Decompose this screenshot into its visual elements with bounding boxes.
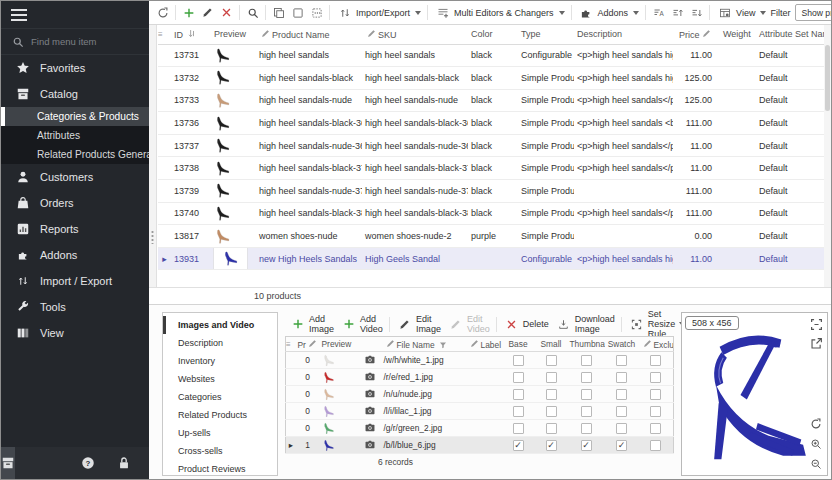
edit-product-icon[interactable] [199, 4, 216, 21]
product-row-13738[interactable]: 13738high heel sandals-black-37high heel… [158, 157, 824, 180]
col-header-color[interactable]: Color [468, 25, 518, 44]
product-row-13737[interactable]: 13737high heel sandals-nude-36high heel … [158, 134, 824, 157]
search-products-icon[interactable] [244, 4, 261, 21]
thumbnail-checkbox[interactable] [581, 389, 592, 400]
col-header-attribute-set[interactable]: Attribute Set Name [756, 25, 824, 44]
base-checkbox[interactable] [513, 423, 524, 434]
product-row-13817[interactable]: 13817women shoes-nudewomen shoes-nude-2p… [158, 225, 824, 248]
small-checkbox[interactable] [546, 406, 557, 417]
set-resize-rule-button[interactable]: Set Resize Rule [626, 309, 678, 339]
base-checkbox[interactable] [513, 406, 524, 417]
base-checkbox[interactable] [513, 389, 524, 400]
scrollbar-thumb[interactable] [825, 45, 830, 111]
sidebar-item-addons[interactable]: Addons [1, 242, 149, 268]
edit-image-button[interactable]: Edit Image [394, 314, 443, 334]
tab-up-sells[interactable]: Up-sells [163, 424, 277, 442]
product-row-13731[interactable]: 13731high heel sandalshigh heel sandalsb… [158, 44, 824, 67]
product-row-13736[interactable]: 13736high heel sandals-black-36high heel… [158, 112, 824, 135]
product-row-13931[interactable]: ▸13931new High Heels SandalsHigh Geels S… [158, 247, 824, 270]
addons-menu[interactable]: Addons [576, 4, 642, 21]
base-checkbox[interactable] [513, 440, 524, 451]
thumbnail-checkbox[interactable] [581, 406, 592, 417]
categories-pane-splitter[interactable] [149, 25, 157, 287]
base-checkbox[interactable] [513, 355, 524, 366]
col-header-weight[interactable]: Weight [720, 25, 756, 44]
image-row-l-i-lilac-1-jpg[interactable]: 0/l/i/lilac_1.jpg [286, 403, 674, 420]
import-export-menu[interactable]: Import/Export [334, 4, 423, 21]
product-row-13733[interactable]: 13733high heel sandals-nudehigh heel san… [158, 89, 824, 112]
exclude-checkbox[interactable] [650, 440, 661, 451]
thumbnail-checkbox[interactable] [581, 440, 592, 451]
sidebar-search[interactable] [1, 28, 149, 55]
product-row-13732[interactable]: 13732high heel sandals-blackhigh heel sa… [158, 67, 824, 90]
sidebar-item-attributes[interactable]: Attributes [1, 126, 149, 145]
col-header-swatch[interactable]: Swatch [605, 337, 639, 352]
exclude-checkbox[interactable] [650, 372, 661, 383]
select-icon[interactable] [289, 4, 306, 21]
download-image-button[interactable]: Download Image [553, 314, 617, 334]
image-row-b-l-blue-6-jpg[interactable]: ▸1/b/l/blue_6.jpg [286, 437, 674, 454]
col-header-product-name[interactable]: Product Name [256, 25, 362, 44]
col-header-id[interactable]: ID [171, 25, 211, 44]
tab-categories[interactable]: Categories [163, 388, 277, 406]
exclude-checkbox[interactable] [650, 423, 661, 434]
sidebar-item-tools[interactable]: Tools [1, 294, 149, 320]
add-product-icon[interactable] [180, 4, 197, 21]
swatch-checkbox[interactable] [616, 406, 627, 417]
col-header-small[interactable]: Small [535, 337, 568, 352]
sidebar-item-import-export[interactable]: Import / Export [1, 268, 149, 294]
exclude-checkbox[interactable] [650, 355, 661, 366]
vertical-scrollbar[interactable] [824, 25, 831, 287]
swatch-checkbox[interactable] [616, 355, 627, 366]
col-header-sku[interactable]: SKU [362, 25, 468, 44]
small-checkbox[interactable] [546, 440, 557, 451]
product-row-13740[interactable]: 13740high heel sandals-black-38high heel… [158, 202, 824, 225]
col-header-preview[interactable]: Preview [211, 25, 256, 44]
image-row-g-r-green-2-jpg[interactable]: 0/g/r/green_2.jpg [286, 420, 674, 437]
product-row-13739[interactable]: 13739high heel sandals-nude-37high heel … [158, 180, 824, 203]
col-header-type[interactable]: Type [518, 25, 574, 44]
sidebar-item-orders[interactable]: Orders [1, 190, 149, 216]
sidebar-item-catalog[interactable]: Catalog [1, 81, 149, 107]
catalog-icon[interactable] [1, 447, 15, 479]
image-row-w-h-white-1-jpg[interactable]: 0/w/h/white_1.jpg [286, 352, 674, 369]
thumbnail-checkbox[interactable] [581, 355, 592, 366]
exclude-checkbox[interactable] [650, 406, 661, 417]
hamburger-menu-icon[interactable] [10, 8, 28, 22]
tab-inventory[interactable]: Inventory [163, 352, 277, 370]
delete-image-button[interactable]: Delete [501, 316, 551, 333]
row-selector-column-header[interactable]: ≡ [286, 337, 296, 352]
thumbnail-checkbox[interactable] [581, 423, 592, 434]
tab-cross-sells[interactable]: Cross-sells [163, 442, 277, 460]
tab-description[interactable]: Description [163, 334, 277, 352]
swatch-checkbox[interactable] [616, 372, 627, 383]
small-checkbox[interactable] [546, 389, 557, 400]
small-checkbox[interactable] [546, 423, 557, 434]
tab-websites[interactable]: Websites [163, 370, 277, 388]
sort-alpha-icon[interactable]: A [650, 4, 667, 21]
swatch-checkbox[interactable] [616, 389, 627, 400]
add-image-button[interactable]: Add Image [287, 314, 336, 334]
tab-images-and-video[interactable]: Images and Video [163, 316, 277, 334]
exclude-checkbox[interactable] [650, 389, 661, 400]
sidebar-item-related-products-generator[interactable]: Related Products Generator [1, 145, 149, 164]
small-checkbox[interactable] [546, 372, 557, 383]
sidebar-item-reports[interactable]: Reports [1, 216, 149, 242]
duplicate-icon[interactable] [270, 4, 287, 21]
base-checkbox[interactable] [513, 372, 524, 383]
swatch-checkbox[interactable] [616, 440, 627, 451]
menu-search-input[interactable] [31, 36, 131, 47]
sidebar-item-categories-products[interactable]: Categories & Products [1, 107, 149, 126]
delete-product-icon[interactable] [218, 4, 235, 21]
sidebar-item-favorites[interactable]: Favorites [1, 55, 149, 81]
help-icon[interactable]: ? [81, 455, 95, 471]
col-header-price[interactable]: Price [676, 25, 720, 44]
sidebar-item-view[interactable]: View [1, 320, 149, 346]
filter-select[interactable]: Show products from selected categories [795, 4, 832, 21]
col-header-preview[interactable]: Preview [320, 337, 362, 352]
sort-ascending-icon[interactable] [669, 4, 686, 21]
sort-descending-icon[interactable] [688, 4, 705, 21]
thumbnail-checkbox[interactable] [581, 372, 592, 383]
col-header-description[interactable]: Description [574, 25, 676, 44]
add-video-button[interactable]: Add Video [338, 314, 385, 334]
